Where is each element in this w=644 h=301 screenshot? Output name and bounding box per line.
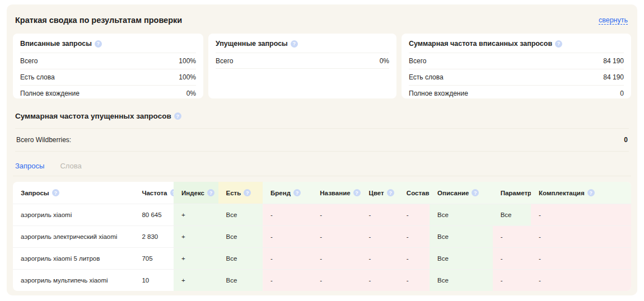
missed-section-title: Суммарная частота упущенных запросов xyxy=(15,112,171,120)
table-cell: Все xyxy=(218,270,263,291)
question-icon[interactable]: ? xyxy=(472,189,479,196)
card-stat-row: Полное вхождение 0% xyxy=(20,85,196,98)
table-cell: аэрогриль xiaomi 5 литров xyxy=(13,248,134,270)
missed-total-value: 0 xyxy=(624,136,628,144)
question-icon[interactable]: ? xyxy=(555,40,562,48)
queries-table-wrap: Запросы ? Частота ? Индекс ? Есть ? Брен xyxy=(13,182,631,291)
question-icon[interactable]: ? xyxy=(174,112,181,120)
column-header: Частота ? xyxy=(134,182,174,204)
table-cell: + xyxy=(174,270,218,291)
table-cell: + xyxy=(174,204,218,226)
table-cell: Все xyxy=(493,204,531,226)
stat-label: Полное вхождение xyxy=(20,90,80,97)
table-cell: 2 830 xyxy=(134,226,174,248)
table-cell: 705 xyxy=(134,248,174,270)
card-title-text: Вписанные запросы xyxy=(20,40,92,48)
table-cell: Все xyxy=(218,248,263,270)
table-cell: Все xyxy=(218,204,263,226)
table-cell: - xyxy=(263,226,312,248)
table-cell: - xyxy=(531,226,631,248)
table-cell: 10 xyxy=(134,270,174,291)
missed-queries-section: Суммарная частота упущенных запросов ? В… xyxy=(13,98,631,152)
table-cell: + xyxy=(174,248,218,270)
table-cell: Все xyxy=(218,226,263,248)
table-cell: - xyxy=(361,248,399,270)
table-cell: - xyxy=(312,226,361,248)
table-cell: + xyxy=(174,226,218,248)
table-cell: - xyxy=(493,248,531,270)
table-cell: - xyxy=(531,270,631,291)
table-cell: Все xyxy=(430,204,493,226)
missed-total-row: Всего Wildberries: 0 xyxy=(15,128,629,152)
table-cell: 80 645 xyxy=(134,204,174,226)
question-icon[interactable]: ? xyxy=(170,189,174,196)
table-cell: - xyxy=(312,270,361,291)
stat-value: 0% xyxy=(186,90,196,97)
table-cell: Все xyxy=(430,226,493,248)
card-title-text: Упущенные запросы xyxy=(216,40,288,48)
question-icon[interactable]: ? xyxy=(387,189,394,196)
column-header: Комплектация ? xyxy=(531,182,631,204)
question-icon[interactable]: ? xyxy=(95,40,102,48)
card-title: Суммарная частота вписанных запросов ? xyxy=(409,34,624,53)
table-row: аэрогриль электрический xiaomi2 830+Все-… xyxy=(13,226,631,248)
column-header-label: Индекс xyxy=(181,190,204,196)
page-title: Краткая сводка по результатам проверки xyxy=(15,16,182,25)
table-row: аэрогриль xiaomi 5 литров705+Все----Все-… xyxy=(13,248,631,270)
column-header: Цвет ? xyxy=(361,182,399,204)
question-icon[interactable]: ? xyxy=(353,189,361,196)
table-cell: - xyxy=(263,248,312,270)
stat-label: Всего xyxy=(216,57,233,65)
summary-cards: Вписанные запросы ? Всего 100% Есть слов… xyxy=(13,34,631,98)
card-stat-row: Всего 84 190 xyxy=(409,53,624,69)
question-icon[interactable]: ? xyxy=(293,189,301,196)
missed-total-label: Всего Wildberries: xyxy=(16,136,71,144)
table-cell: аэрогриль электрический xiaomi xyxy=(13,226,134,248)
table-cell: - xyxy=(399,226,430,248)
column-header-label: Цвет xyxy=(369,190,384,196)
card-title: Упущенные запросы ? xyxy=(216,34,389,53)
column-header-label: Название xyxy=(320,190,350,196)
card-stat-row: Всего 100% xyxy=(20,53,196,69)
question-icon[interactable]: ? xyxy=(291,40,298,48)
stat-value: 84 190 xyxy=(603,73,624,81)
table-cell: аэрогриль мультипечь xiaomi xyxy=(13,270,134,291)
column-header: Индекс ? xyxy=(174,182,218,204)
table-cell: Все xyxy=(430,248,493,270)
question-icon[interactable]: ? xyxy=(587,189,595,196)
table-cell: Все xyxy=(430,270,493,291)
queries-table: Запросы ? Частота ? Индекс ? Есть ? Брен xyxy=(13,182,631,291)
card-stat-row: Есть слова 84 190 xyxy=(409,69,624,85)
tabs: Запросы Слова xyxy=(13,152,631,176)
table-cell: - xyxy=(493,226,531,248)
table-cell: - xyxy=(493,270,531,291)
summary-card: Суммарная частота вписанных запросов ? В… xyxy=(402,34,631,98)
collapse-link[interactable]: свернуть xyxy=(599,16,628,25)
tab-active[interactable]: Запросы xyxy=(15,162,44,170)
table-row: аэрогриль мультипечь xiaomi10+Все----Все… xyxy=(13,270,631,291)
tab-inactive[interactable]: Слова xyxy=(60,162,81,170)
table-cell: - xyxy=(361,270,399,291)
column-header: Бренд ? xyxy=(263,182,312,204)
table-cell: - xyxy=(399,248,430,270)
table-row: аэрогриль xiaomi80 645+Все----ВсеВсе- xyxy=(13,204,631,226)
table-cell: - xyxy=(312,204,361,226)
stat-label: Всего xyxy=(409,57,426,65)
column-header: Название ? xyxy=(312,182,361,204)
stat-label: Есть слова xyxy=(20,73,55,81)
missed-section-header: Суммарная частота упущенных запросов ? xyxy=(15,112,629,128)
column-header: Есть ? xyxy=(218,182,263,204)
column-header-label: Бренд xyxy=(270,190,291,196)
question-icon[interactable]: ? xyxy=(244,189,251,196)
question-icon[interactable]: ? xyxy=(52,189,59,196)
column-header-label: Есть xyxy=(226,190,241,196)
column-header-label: Описание xyxy=(437,190,469,196)
card-title: Вписанные запросы ? xyxy=(20,34,196,53)
question-icon[interactable]: ? xyxy=(207,189,214,196)
stat-value: 0% xyxy=(380,57,389,65)
column-header-label: Состав xyxy=(407,190,430,196)
stat-label: Всего xyxy=(20,57,38,65)
column-header-label: Запросы xyxy=(21,190,49,196)
summary-card: Вписанные запросы ? Всего 100% Есть слов… xyxy=(13,34,203,98)
card-stat-row: Всего 0% xyxy=(216,53,389,69)
